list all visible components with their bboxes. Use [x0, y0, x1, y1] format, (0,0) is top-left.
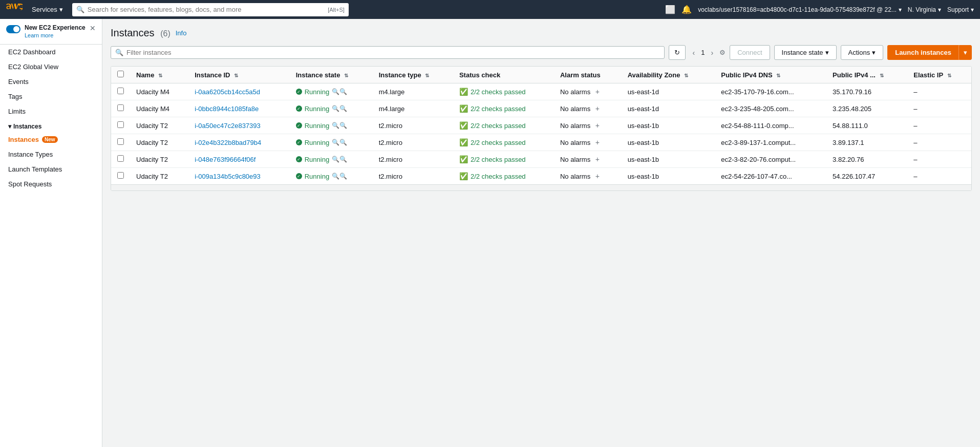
- eip-sort-icon[interactable]: ⇅: [947, 73, 951, 78]
- aws-logo[interactable]: [6, 4, 23, 15]
- row-checkbox[interactable]: [117, 138, 124, 145]
- toolbar-left: 🔍: [111, 46, 665, 59]
- alarm-text: No alarms: [560, 139, 590, 146]
- row-az: us-east-1b: [622, 151, 715, 168]
- prev-page-button[interactable]: ‹: [690, 48, 698, 58]
- new-experience-toggle[interactable]: [6, 25, 20, 33]
- instance-id-link[interactable]: i-009a134b5c9c80e93: [195, 173, 261, 180]
- instance-state-sort-icon[interactable]: ⇅: [344, 73, 348, 78]
- next-page-button[interactable]: ›: [708, 48, 717, 58]
- filter-input[interactable]: [126, 49, 660, 56]
- state-text: Running: [305, 139, 329, 146]
- info-link[interactable]: Info: [176, 29, 187, 37]
- instance-id-sort-icon[interactable]: ⇅: [234, 73, 238, 78]
- row-checkbox[interactable]: [117, 121, 124, 128]
- row-instance-type: t2.micro: [373, 168, 453, 185]
- refresh-button[interactable]: ↻: [669, 45, 686, 60]
- add-alarm-icon[interactable]: +: [595, 88, 600, 96]
- col-instance-type: Instance type ⇅: [373, 67, 453, 83]
- ipv4-sort-icon[interactable]: ⇅: [880, 73, 884, 78]
- instances-category-header[interactable]: ▾ Instances: [0, 119, 102, 132]
- launch-instances-split-button[interactable]: ▾: [959, 45, 972, 60]
- add-alarm-icon[interactable]: +: [595, 172, 600, 180]
- actions-label: Actions: [848, 49, 870, 56]
- table-scrollbar[interactable]: [111, 184, 971, 190]
- zoom-icons[interactable]: 🔍🔍: [332, 156, 347, 163]
- running-status: Running 🔍🔍: [296, 139, 367, 146]
- instance-id-link[interactable]: i-0bbc8944c1085fa8e: [195, 105, 259, 113]
- sidebar-item-instances[interactable]: Instances New: [0, 132, 102, 147]
- add-alarm-icon[interactable]: +: [595, 104, 600, 113]
- sidebar-item-ec2-dashboard[interactable]: EC2 Dashboard: [0, 45, 102, 59]
- zoom-icons[interactable]: 🔍🔍: [332, 173, 347, 180]
- instance-state-button[interactable]: Instance state ▾: [774, 45, 837, 60]
- row-checkbox-cell: [111, 168, 130, 185]
- row-checkbox-cell: [111, 151, 130, 168]
- row-public-ipv4: 3.82.20.76: [826, 151, 907, 168]
- instances-table-container: Name ⇅ Instance ID ⇅ Instance state ⇅: [111, 66, 972, 191]
- sidebar-item-tags[interactable]: Tags: [0, 89, 102, 104]
- row-checkbox[interactable]: [117, 172, 124, 179]
- check-icon: ✅: [459, 121, 468, 130]
- learn-more-link[interactable]: Learn more: [25, 32, 53, 38]
- name-sort-icon[interactable]: ⇅: [158, 73, 162, 78]
- sidebar-item-spot-requests[interactable]: Spot Requests: [0, 177, 102, 191]
- close-icon[interactable]: ✕: [90, 24, 96, 32]
- az-sort-icon[interactable]: ⇅: [684, 73, 688, 78]
- sidebar-item-events[interactable]: Events: [0, 74, 102, 89]
- row-state: Running 🔍🔍: [290, 134, 373, 151]
- check-icon: ✅: [459, 88, 468, 96]
- zoom-icons[interactable]: 🔍🔍: [332, 88, 347, 95]
- connect-button[interactable]: Connect: [730, 45, 770, 60]
- select-all-checkbox[interactable]: [117, 71, 124, 77]
- instance-type-sort-icon[interactable]: ⇅: [425, 73, 429, 78]
- add-alarm-icon[interactable]: +: [595, 121, 600, 130]
- running-status: Running 🔍🔍: [296, 105, 367, 113]
- sidebar-item-launch-templates[interactable]: Launch Templates: [0, 162, 102, 177]
- row-instance-type: t2.micro: [373, 151, 453, 168]
- services-menu-button[interactable]: Services ▾: [28, 4, 67, 15]
- bell-icon[interactable]: 🔔: [681, 5, 692, 14]
- support-menu[interactable]: Support ▾: [947, 6, 974, 13]
- select-all-header: [111, 67, 130, 83]
- instance-id-link[interactable]: i-02e4b322b8bad79b4: [195, 139, 261, 146]
- row-checkbox[interactable]: [117, 88, 124, 94]
- zoom-icons[interactable]: 🔍🔍: [332, 139, 347, 146]
- table-row: Udacity M4 i-0aa6205cb14cc5a5d Running 🔍…: [111, 83, 971, 100]
- row-checkbox-cell: [111, 117, 130, 134]
- zoom-icons[interactable]: 🔍🔍: [332, 122, 347, 129]
- cloud-icon[interactable]: ⬜: [665, 5, 675, 14]
- user-account-menu[interactable]: voclabs/user1578168=acb4800c-d7c1-11ea-9…: [698, 6, 901, 13]
- row-state: Running 🔍🔍: [290, 100, 373, 117]
- add-alarm-icon[interactable]: +: [595, 138, 600, 146]
- search-input[interactable]: [88, 6, 328, 13]
- col-public-ipv4-dns: Public IPv4 DNS ⇅: [715, 67, 826, 83]
- region-selector[interactable]: N. Virginia ▾: [908, 6, 941, 13]
- app-layout: New EC2 Experience Learn more ✕ EC2 Dash…: [0, 19, 980, 447]
- row-instance-id: i-0aa6205cb14cc5a5d: [188, 83, 290, 100]
- sidebar-item-instance-types[interactable]: Instance Types: [0, 147, 102, 162]
- instance-id-link[interactable]: i-048e763f96664f06f: [195, 156, 255, 163]
- launch-instances-group: Launch instances ▾: [887, 45, 972, 60]
- row-checkbox[interactable]: [117, 104, 124, 111]
- table-row: Udacity T2 i-0a50ec47c2e837393 Running 🔍…: [111, 117, 971, 134]
- row-elastic-ip: –: [907, 117, 971, 134]
- row-elastic-ip: –: [907, 100, 971, 117]
- row-instance-type: m4.large: [373, 83, 453, 100]
- dns-sort-icon[interactable]: ⇅: [776, 73, 780, 78]
- page-title: Instances (6): [111, 27, 171, 39]
- actions-button[interactable]: Actions ▾: [841, 45, 884, 60]
- header-row: Name ⇅ Instance ID ⇅ Instance state ⇅: [111, 67, 971, 83]
- sidebar-item-limits[interactable]: Limits: [0, 104, 102, 119]
- col-elastic-ip: Elastic IP ⇅: [907, 67, 971, 83]
- instance-id-link[interactable]: i-0aa6205cb14cc5a5d: [195, 88, 260, 96]
- zoom-icons[interactable]: 🔍🔍: [332, 105, 347, 112]
- check-icon: ✅: [459, 104, 468, 113]
- instance-id-link[interactable]: i-0a50ec47c2e837393: [195, 122, 261, 130]
- pagination-settings-icon[interactable]: ⚙: [719, 49, 726, 56]
- launch-instances-button[interactable]: Launch instances: [887, 45, 959, 60]
- row-checkbox[interactable]: [117, 155, 124, 162]
- check-icon: ✅: [459, 155, 468, 163]
- add-alarm-icon[interactable]: +: [595, 155, 600, 163]
- sidebar-item-ec2-global-view[interactable]: EC2 Global View: [0, 59, 102, 74]
